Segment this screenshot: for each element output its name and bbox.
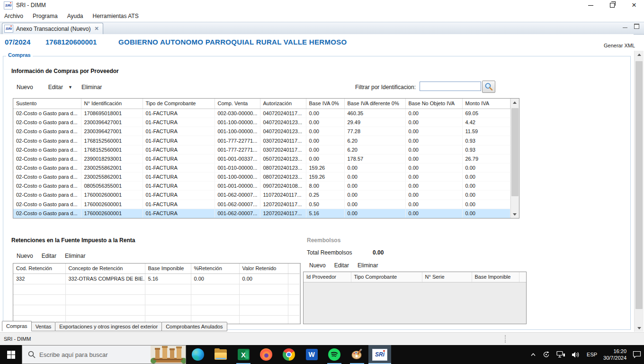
column-header[interactable]: N° Identificación <box>81 99 143 109</box>
reembolsos-eliminar-button[interactable]: Eliminar <box>353 261 382 270</box>
table-row[interactable]: 02-Costo o Gasto para d...23900182930010… <box>13 154 510 163</box>
column-header[interactable]: Valor Retenido <box>239 264 288 274</box>
menu-programa[interactable]: Programa <box>28 11 63 21</box>
scroll-thumb[interactable] <box>511 108 519 196</box>
column-header[interactable]: N° Serie <box>422 272 472 282</box>
sri-app-icon[interactable]: SRi <box>368 345 391 364</box>
column-header[interactable] <box>288 264 299 274</box>
tray-time: 16:20 <box>603 348 626 355</box>
table-cell: 1768152560001 <box>81 136 143 145</box>
column-header[interactable] <box>519 272 526 282</box>
table-cell-empty <box>145 305 191 316</box>
compras-toolbar: Nuevo Editar ▼ Eliminar <box>12 83 106 91</box>
spotify-icon[interactable] <box>323 345 346 364</box>
column-header[interactable]: Base Imponible <box>145 264 191 274</box>
table-cell: 0.00 <box>405 209 462 218</box>
network-icon[interactable] <box>556 351 565 358</box>
table-row[interactable]: 02-Costo o Gasto para d...23002558620010… <box>13 163 510 172</box>
table-row[interactable]: 02-Costo o Gasto para d...17600026000010… <box>13 209 510 218</box>
start-button[interactable] <box>0 345 22 364</box>
table-row[interactable]: 02-Costo o Gasto para d...17600026000010… <box>13 200 510 209</box>
update-sync-icon[interactable] <box>542 351 550 358</box>
column-header[interactable]: Base IVA diferente 0% <box>344 99 405 109</box>
tab-close-icon[interactable]: ✕ <box>94 26 98 32</box>
chrome-icon[interactable] <box>277 345 300 364</box>
filter-input[interactable] <box>420 82 481 91</box>
table-row[interactable]: 02-Costo o Gasto para d...17600026000010… <box>13 191 510 200</box>
table-row[interactable]: 02-Costo o Gasto para d...08050563550010… <box>13 182 510 191</box>
table-row[interactable]: 332332-OTRAS COMPRAS DE BIE...5.160.000.… <box>13 274 299 284</box>
compras-editar-button[interactable]: Editar <box>44 83 67 91</box>
table-cell-empty <box>239 305 288 316</box>
view-minimize-icon[interactable] <box>623 27 627 28</box>
tab-anexo-transaccional[interactable]: SRi Anexo Transaccional (Nuevo) ✕ <box>2 23 103 34</box>
column-header[interactable]: Base IVA 0% <box>306 99 344 109</box>
edge-icon[interactable] <box>187 345 209 364</box>
column-header[interactable]: Sustento <box>13 99 81 109</box>
action-center-icon[interactable] <box>633 351 641 358</box>
column-header[interactable]: Autorización <box>260 99 306 109</box>
firefox-icon[interactable] <box>255 345 277 364</box>
minimize-icon[interactable] <box>587 2 594 9</box>
table-cell: 0.00 <box>462 200 510 209</box>
language-indicator[interactable]: ESP <box>587 352 597 357</box>
view-maximize-icon[interactable] <box>634 24 639 29</box>
tray-clock[interactable]: 16:20 30/7/2024 <box>603 348 626 361</box>
column-header[interactable]: Concepto de Retención <box>65 264 145 274</box>
column-header[interactable]: Monto IVA <box>462 99 510 109</box>
restore-icon[interactable] <box>609 2 616 9</box>
column-header[interactable]: Comp. Venta <box>215 99 260 109</box>
retenciones-nuevo-button[interactable]: Nuevo <box>12 252 37 260</box>
search-button[interactable] <box>482 81 495 93</box>
table-row[interactable]: 02-Costo o Gasto para d...17086950180010… <box>13 109 510 118</box>
table-row[interactable]: 02-Costo o Gasto para d...23003964270010… <box>13 127 510 136</box>
tray-chevron-up-icon[interactable] <box>530 353 536 356</box>
compras-eliminar-button[interactable]: Eliminar <box>77 83 106 91</box>
volume-icon[interactable] <box>572 351 581 358</box>
menu-ayuda[interactable]: Ayuda <box>63 11 88 21</box>
table-row[interactable]: 02-Costo o Gasto para d...17681525600010… <box>13 145 510 154</box>
column-header[interactable]: Tipo Comprobante <box>351 272 422 282</box>
close-icon[interactable]: × <box>631 2 637 9</box>
table-cell: 0.93 <box>462 145 510 154</box>
column-header[interactable]: Cod. Retención <box>13 264 65 274</box>
bottom-tab-exportaciones[interactable]: Exportaciones y otros ingresos del exter… <box>55 322 162 331</box>
table-row[interactable]: 02-Costo o Gasto para d...17681525600010… <box>13 136 510 145</box>
table-row[interactable]: 02-Costo o Gasto para d...23003964270010… <box>13 118 510 127</box>
table-cell: 01-FACTURA <box>143 173 215 182</box>
compras-nuevo-button[interactable]: Nuevo <box>12 83 37 91</box>
compras-scrollbar[interactable] <box>510 99 519 218</box>
word-icon[interactable]: W <box>300 345 323 364</box>
bottom-tab-comprobantes-anulados[interactable]: Comprobantes Anulados <box>161 322 227 331</box>
menu-archivo[interactable]: Archivo <box>0 11 28 21</box>
reembolsos-nuevo-button[interactable]: Nuevo <box>305 261 330 270</box>
scroll-down-icon[interactable] <box>511 210 519 218</box>
column-header[interactable]: Base Imponible <box>472 272 519 282</box>
main-scrollbar[interactable] <box>634 51 644 332</box>
compras-editar-dropdown-icon[interactable]: ▼ <box>67 84 73 91</box>
column-header[interactable]: %Retención <box>191 264 239 274</box>
scroll-up-icon[interactable] <box>511 99 519 106</box>
column-header[interactable]: Id Proveedor <box>304 272 351 282</box>
retenciones-editar-button[interactable]: Editar <box>37 252 61 260</box>
main-scroll-up-icon[interactable] <box>635 51 644 58</box>
main-scroll-thumb[interactable] <box>635 61 643 309</box>
menu-herramientas-ats[interactable]: Herramientas ATS <box>88 11 143 21</box>
search-icon <box>28 351 36 358</box>
bottom-tab-ventas[interactable]: Ventas <box>31 322 56 331</box>
search-placeholder: Escribe aquí para buscar <box>39 351 151 358</box>
bottom-tab-compras[interactable]: Compras <box>2 321 32 331</box>
column-header[interactable]: Tipo de Comprobante <box>143 99 215 109</box>
main-scroll-down-icon[interactable] <box>635 324 644 332</box>
generar-xml-button[interactable]: Generar XML <box>604 43 635 48</box>
taskbar-search[interactable]: Escribe aquí para buscar <box>22 345 186 364</box>
column-header[interactable]: Base No Objeto IVA <box>405 99 462 109</box>
retenciones-eliminar-button[interactable]: Eliminar <box>61 252 89 260</box>
reembolsos-editar-button[interactable]: Editar <box>330 261 353 270</box>
file-explorer-icon[interactable] <box>209 345 232 364</box>
table-cell: 040720240123... <box>260 127 306 136</box>
excel-icon[interactable]: X <box>232 345 255 364</box>
paint-icon[interactable] <box>346 345 368 364</box>
table-row[interactable]: 02-Costo o Gasto para d...23002558620010… <box>13 173 510 182</box>
window-controls: × <box>587 0 637 10</box>
